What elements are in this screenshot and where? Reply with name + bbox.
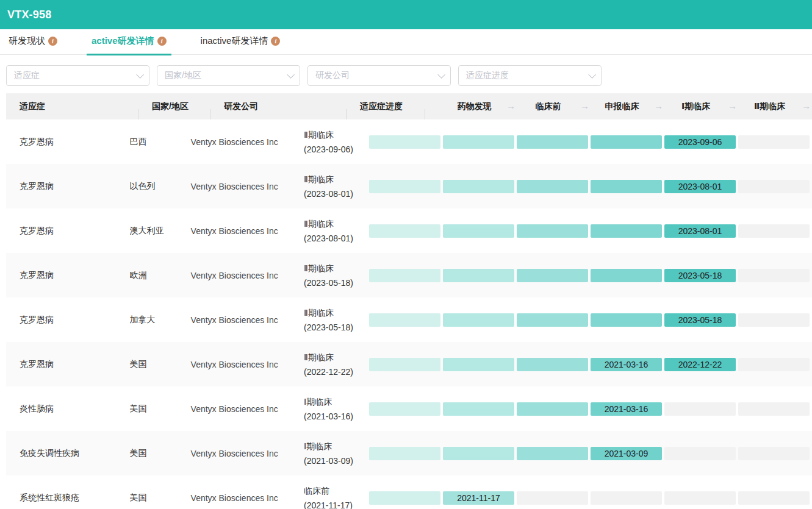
phase-name: Ⅰ期临床	[304, 439, 357, 454]
phase-date: (2021-11-17)	[304, 498, 357, 509]
stage-segment	[591, 135, 662, 149]
phase-date: (2021-03-16)	[304, 409, 357, 424]
app-header: VTX-958	[0, 0, 812, 29]
cell-region: 以色列	[117, 181, 178, 192]
info-icon[interactable]: i	[48, 37, 57, 46]
stage-segment	[369, 358, 440, 371]
cell-company: Ventyx Biosciences Inc	[178, 226, 290, 236]
stage-segment	[369, 313, 440, 327]
tab-inactive-rd-details[interactable]: inactive研发详情 i	[198, 35, 283, 54]
stage-segment	[369, 180, 440, 193]
table-row[interactable]: 克罗恩病 巴西 Ventyx Biosciences Inc Ⅱ期临床 (202…	[6, 119, 812, 164]
table-row[interactable]: 炎性肠病 美国 Ventyx Biosciences Inc Ⅰ期临床 (202…	[6, 386, 812, 431]
stage-segment	[591, 180, 662, 193]
phase-date: (2021-03-09)	[304, 454, 357, 468]
stage-segment-empty	[738, 269, 810, 282]
company-filter-select[interactable]: 研发公司	[307, 65, 451, 86]
table-row[interactable]: 克罗恩病 澳大利亚 Ventyx Biosciences Inc Ⅱ期临床 (2…	[6, 208, 812, 253]
table-row[interactable]: 免疫失调性疾病 美国 Ventyx Bioscien­ces Inc Ⅰ期临床 …	[6, 431, 812, 475]
cell-company: Ventyx Biosciences Inc	[178, 493, 290, 503]
stage-header: 临床前→	[511, 101, 585, 112]
progress-track: 2021-03-162022-12-22	[357, 358, 812, 371]
chevron-down-icon	[437, 71, 445, 79]
stage-segment-empty	[738, 135, 810, 149]
tab-active-rd-details[interactable]: active研发详情 i	[89, 35, 169, 54]
stage-segment	[369, 447, 440, 460]
stage-segment	[443, 180, 514, 193]
stage-segment	[443, 447, 514, 460]
stage-segment	[443, 313, 514, 327]
stage-segment	[517, 313, 588, 327]
phase-name: 临床前	[304, 483, 357, 498]
cell-region: 澳大利亚	[117, 226, 178, 237]
table-row[interactable]: 克罗恩病 以色列 Ventyx Biosciences Inc Ⅱ期临床 (20…	[6, 164, 812, 208]
cell-region: 欧洲	[117, 270, 178, 281]
stage-segment-empty	[517, 491, 588, 505]
cell-indication: 克罗恩病	[6, 137, 117, 148]
stage-segment: 2023-08-01	[664, 224, 736, 238]
chevron-down-icon	[287, 71, 295, 79]
stage-header-label: Ⅱ期临床	[734, 101, 805, 112]
stage-segment-empty	[738, 491, 810, 505]
cell-indication: 克罗恩病	[6, 315, 117, 326]
stage-segment	[591, 269, 662, 282]
stage-segment	[443, 402, 514, 416]
cell-phase: 临床前 (2021-11-17)	[290, 483, 357, 509]
stage-segment	[369, 402, 440, 416]
select-placeholder: 适应症	[14, 70, 40, 81]
table-row[interactable]: 克罗恩病 美国 Ventyx Biosciences Inc Ⅱ期临床 (202…	[6, 342, 812, 386]
phase-date: (2022-12-22)	[304, 365, 357, 379]
phase-name: Ⅱ期临床	[304, 127, 357, 142]
cell-phase: Ⅱ期临床 (2023-08-01)	[290, 172, 357, 201]
table-header-row: 适应症 国家/地区 研发公司 适应症进度 药物发现→临床前→申报临床→Ⅰ期临床→…	[6, 93, 812, 119]
stage-segment-empty	[738, 402, 810, 416]
cell-indication: 克罗恩病	[6, 181, 117, 192]
phase-date: (2023-09-06)	[304, 142, 357, 157]
stage-segment	[369, 491, 440, 505]
progress-track: 2023-08-01	[357, 180, 812, 193]
stage-segment	[591, 313, 662, 327]
phase-name: Ⅱ期临床	[304, 261, 357, 276]
stage-segment	[443, 269, 514, 282]
stage-header: Ⅰ期临床→	[659, 101, 733, 112]
stage-segment: 2021-03-09	[591, 447, 662, 460]
info-icon[interactable]: i	[271, 37, 280, 46]
stage-segment-empty	[738, 180, 810, 193]
phase-name: Ⅰ期临床	[304, 394, 357, 409]
select-placeholder: 国家/地区	[165, 70, 201, 81]
table-body: 克罗恩病 巴西 Ventyx Biosciences Inc Ⅱ期临床 (202…	[6, 119, 812, 509]
stage-header-label: 药物发现	[439, 101, 510, 112]
info-icon[interactable]: i	[157, 37, 167, 46]
rd-details-table: 适应症 国家/地区 研发公司 适应症进度 药物发现→临床前→申报临床→Ⅰ期临床→…	[6, 93, 812, 509]
col-header-phase: 适应症进度	[347, 101, 425, 112]
stage-segment: 2023-08-01	[664, 180, 736, 193]
indication-filter-select[interactable]: 适应症	[6, 65, 149, 86]
region-filter-select[interactable]: 国家/地区	[157, 65, 300, 86]
filter-bar: 适应症 国家/地区 研发公司 适应症进度	[0, 55, 812, 93]
stage-segment	[369, 224, 440, 238]
table-row[interactable]: 克罗恩病 欧洲 Ventyx Biosciences Inc Ⅱ期临床 (202…	[6, 253, 812, 297]
stage-segment: 2021-11-17	[443, 491, 514, 505]
cell-region: 美国	[117, 448, 178, 459]
stage-segment	[517, 180, 588, 193]
stage-segment: 2022-12-22	[664, 358, 736, 371]
col-header-region: 国家/地区	[138, 101, 210, 112]
phase-name: Ⅱ期临床	[304, 172, 357, 187]
cell-phase: Ⅱ期临床 (2023-05-18)	[290, 261, 357, 290]
arrow-right-icon: →	[802, 101, 811, 111]
stage-segment-empty	[591, 491, 662, 505]
stage-segment: 2021-03-16	[591, 358, 662, 371]
stage-segment	[517, 224, 588, 238]
cell-region: 美国	[117, 404, 178, 415]
stage-segment-empty	[738, 313, 810, 327]
table-row[interactable]: 系统性红斑狼疮 美国 Ventyx Biosciences Inc 临床前 (2…	[6, 475, 812, 509]
stage-segment-empty	[738, 224, 810, 238]
cell-region: 美国	[117, 359, 178, 370]
table-row[interactable]: 克罗恩病 加拿大 Ventyx Biosciences Inc Ⅱ期临床 (20…	[6, 297, 812, 342]
stage-segment	[517, 269, 588, 282]
cell-phase: Ⅰ期临床 (2021-03-16)	[290, 394, 357, 424]
cell-phase: Ⅱ期临床 (2023-09-06)	[290, 127, 357, 157]
stage-segment-empty	[738, 358, 810, 371]
phase-filter-select[interactable]: 适应症进度	[458, 65, 602, 86]
tab-rd-status[interactable]: 研发现状 i	[6, 35, 60, 54]
